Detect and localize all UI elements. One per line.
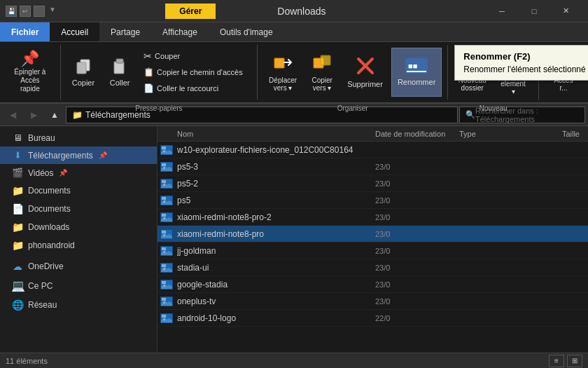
copy-button[interactable]: Copier — [66, 48, 100, 97]
tab-outils-image[interactable]: Outils d'image — [209, 22, 284, 41]
file-list[interactable]: Nom Date de modification Type Taille w10… — [158, 126, 588, 353]
file-type-icon — [160, 211, 173, 224]
quick-access-icons: 💾 ↩ ↪ ▼ — [6, 6, 56, 17]
phonandroid-icon: 📁 — [11, 240, 24, 251]
documents2-icon: 📄 — [11, 203, 24, 214]
sidebar-item-downloads[interactable]: 📁 Downloads — [0, 218, 157, 236]
paste-button[interactable]: Coller — [103, 48, 136, 97]
details-view-button[interactable]: ≡ — [549, 355, 564, 367]
sidebar-item-phonandroid[interactable]: 📁 phonandroid — [0, 236, 157, 254]
downloads-icon: 📁 — [11, 222, 24, 233]
image-icon — [160, 212, 173, 222]
table-row[interactable]: ps5 23/0 — [158, 192, 588, 209]
group-label-nouveau: Nouveau — [448, 104, 538, 112]
manage-tab-label: Gérer — [179, 6, 202, 16]
group-label-organiser: Organiser — [258, 104, 447, 112]
videos-icon: 🎬 — [11, 168, 24, 178]
table-row[interactable]: oneplus-tv 23/0 — [158, 293, 588, 310]
paste-shortcut-button[interactable]: 📄 Coller le raccourci — [139, 81, 251, 96]
file-type-icon — [160, 161, 173, 173]
move-label: Déplacervers ▾ — [269, 76, 297, 92]
pin-to-quick-access-button[interactable]: 📌 Épingler àAccès rapide — [6, 48, 55, 97]
file-type-icon — [160, 177, 173, 190]
file-type-icon — [160, 194, 173, 207]
sidebar-item-ce-pc[interactable]: 💻 Ce PC — [0, 275, 157, 296]
tab-affichage[interactable]: Affichage — [151, 22, 209, 41]
sidebar-item-bureau[interactable]: 🖥 Bureau — [0, 129, 157, 146]
ce-pc-icon: 💻 — [11, 279, 24, 292]
group-label-presse-papiers: Presse-papiers — [61, 104, 257, 112]
save-icon-btn[interactable]: 💾 — [6, 6, 17, 17]
ribbon-group-presse-papiers: Copier Coller ✂ Couper 📋 Copier le chemi… — [61, 45, 258, 100]
sidebar-item-reseau[interactable]: 🌐 Réseau — [0, 296, 157, 314]
manage-tab[interactable]: Gérer — [165, 4, 216, 19]
sidebar-telechargements-label: Téléchargements — [28, 151, 93, 161]
cut-button[interactable]: ✂ Couper — [139, 48, 251, 64]
maximize-button[interactable]: □ — [518, 0, 550, 22]
table-row[interactable]: stadia-ui 23/0 — [158, 259, 588, 276]
rename-tooltip: Renommer (F2) Renommer l'élément sélecti… — [454, 45, 588, 81]
svg-rect-37 — [162, 280, 166, 283]
sidebar-reseau-label: Réseau — [28, 300, 57, 310]
table-row[interactable]: w10-explorateur-fichiers-icone_012C00C80… — [158, 142, 588, 158]
window-controls: ─ □ ✕ — [486, 0, 582, 22]
svg-rect-13 — [162, 146, 166, 149]
file-type-icon — [160, 144, 173, 156]
header-size: Taille — [529, 130, 585, 138]
copy-path-button[interactable]: 📋 Copier le chemin d'accès — [139, 64, 251, 80]
file-type-icon — [160, 245, 173, 257]
sidebar-onedrive-label: OneDrive — [28, 261, 64, 271]
table-row[interactable]: android-10-logo 22/0 — [158, 310, 588, 327]
table-row[interactable]: xiaomi-redmi-note8-pro 23/0 — [158, 226, 588, 243]
minimize-button[interactable]: ─ — [486, 0, 518, 22]
tab-partage[interactable]: Partage — [99, 22, 151, 41]
file-date: 22/0 — [375, 314, 459, 322]
sidebar-item-videos[interactable]: 🎬 Vidéos 📌 — [0, 164, 157, 182]
file-name: xiaomi-redmi-note8-pro — [177, 229, 375, 239]
window-title: Downloads — [277, 6, 326, 17]
file-name: xiaomi-redmi-note8-pro-2 — [177, 212, 375, 222]
image-icon — [160, 246, 173, 256]
item-count: 11 éléments — [6, 357, 48, 365]
image-icon — [160, 179, 173, 189]
forward-button[interactable]: ▶ — [24, 107, 43, 123]
sidebar-item-telechargements[interactable]: ⬇ Téléchargements 📌 — [0, 146, 157, 164]
main-content: 🖥 Bureau ⬇ Téléchargements 📌 🎬 Vidéos 📌 … — [0, 126, 588, 353]
file-list-header: Nom Date de modification Type Taille — [158, 126, 588, 142]
file-date: 23/0 — [375, 280, 459, 289]
sidebar-item-onedrive[interactable]: ☁ OneDrive — [0, 257, 157, 275]
sidebar-videos-label: Vidéos — [28, 168, 53, 178]
move-to-button[interactable]: Déplacervers ▾ — [263, 48, 302, 97]
table-row[interactable]: jj-goldman 23/0 — [158, 243, 588, 259]
reseau-icon: 🌐 — [11, 299, 24, 311]
pin-label: Épingler àAccès rapide — [11, 68, 49, 93]
videos-pin-indicator: 📌 — [59, 169, 67, 177]
tab-fichier[interactable]: Fichier — [0, 22, 50, 41]
tooltip-description: Renommer l'élément sélectionné — [463, 64, 588, 74]
tiles-view-button[interactable]: ⊞ — [567, 355, 582, 367]
back-button[interactable]: ◀ — [3, 107, 22, 123]
file-date: 23/0 — [375, 179, 459, 188]
image-icon — [160, 313, 173, 323]
tab-accueil[interactable]: Accueil — [50, 22, 99, 41]
redo-icon-btn[interactable]: ↪ — [34, 6, 45, 17]
copy-to-button[interactable]: Copiervers ▾ — [305, 48, 339, 97]
image-icon — [160, 196, 173, 205]
view-controls: ≡ ⊞ — [549, 355, 582, 367]
documents1-icon: 📁 — [11, 185, 24, 196]
table-row[interactable]: google-stadia 23/0 — [158, 276, 588, 293]
table-row[interactable]: ps5-3 23/0 — [158, 158, 588, 175]
sidebar-ce-pc-label: Ce PC — [28, 281, 52, 291]
table-row[interactable]: xiaomi-redmi-note8-pro-2 23/0 — [158, 209, 588, 226]
rename-button[interactable]: ■■ Renommer — [391, 48, 442, 97]
close-button[interactable]: ✕ — [550, 0, 582, 22]
copy-to-icon — [312, 53, 332, 75]
sidebar-bureau-label: Bureau — [28, 133, 55, 143]
delete-button[interactable]: Supprimer — [342, 48, 388, 97]
sidebar-item-documents1[interactable]: 📁 Documents — [0, 182, 157, 200]
image-icon — [160, 263, 173, 273]
undo-icon-btn[interactable]: ↩ — [20, 6, 31, 17]
file-rows-container: w10-explorateur-fichiers-icone_012C00C80… — [158, 142, 588, 327]
sidebar-item-documents2[interactable]: 📄 Documents — [0, 200, 157, 218]
table-row[interactable]: ps5-2 23/0 — [158, 175, 588, 192]
